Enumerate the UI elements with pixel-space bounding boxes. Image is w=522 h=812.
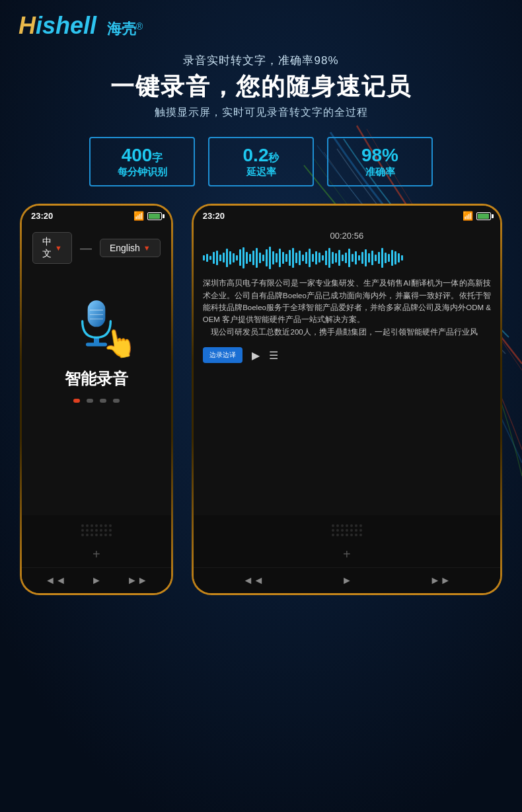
phone-right-status-icons: 📶 xyxy=(463,211,491,221)
dot-active xyxy=(73,399,80,403)
lang-from-arrow: ▼ xyxy=(55,244,62,252)
phones-section: 23:20 📶 中文 ▼ xyxy=(0,197,522,615)
stat-label-2: 准确率 xyxy=(344,166,416,179)
lang-from-btn[interactable]: 中文 ▼ xyxy=(32,232,72,264)
stat-number-0: 400字 xyxy=(106,145,178,166)
add-button-left[interactable]: + xyxy=(22,542,171,567)
logo-chinese: 海壳 xyxy=(107,20,136,37)
wifi-icon-right: 📶 xyxy=(463,211,473,221)
stat-label-0: 每分钟识别 xyxy=(106,166,178,179)
record-label: 智能录音 xyxy=(65,368,128,389)
mic-icon-container[interactable]: 👆 xyxy=(63,290,130,356)
speaker-dots xyxy=(81,524,112,536)
lang-from-label: 中文 xyxy=(42,236,52,260)
nav-play-btn-right[interactable]: ► xyxy=(342,575,352,587)
mic-area: 👆 智能录音 xyxy=(32,277,161,409)
stat-badge-1: 0.2秒 延迟率 xyxy=(208,137,314,186)
phone-left-status-icons: 📶 xyxy=(133,211,162,221)
stat-badge-2: 98% 准确率 xyxy=(327,137,433,186)
battery-icon-right xyxy=(476,212,491,220)
translate-button[interactable]: 边录边译 xyxy=(203,347,242,363)
logo-ishell: ishell xyxy=(36,12,96,39)
recording-dots xyxy=(73,399,120,403)
stat-number-2: 98% xyxy=(344,145,416,166)
nav-next-btn-right[interactable]: ►► xyxy=(429,575,451,587)
bottom-controls: 边录边译 ▶ ☰ xyxy=(203,347,491,363)
nav-next-btn[interactable]: ►► xyxy=(127,575,148,587)
hero-section: 录音实时转文字，准确率98% 一键录音，您的随身速记员 触摸显示屏，实时可见录音… xyxy=(0,46,522,125)
lang-separator: — xyxy=(80,241,92,255)
play-icon[interactable]: ▶ xyxy=(252,349,260,362)
header: Hishell 海壳® xyxy=(0,0,522,46)
menu-icon[interactable]: ☰ xyxy=(269,349,278,362)
logo: Hishell 海壳® xyxy=(19,12,143,40)
svg-rect-3 xyxy=(88,301,106,327)
wifi-icon: 📶 xyxy=(133,211,144,221)
phone-left-time: 23:20 xyxy=(31,211,53,221)
plus-icon-right: + xyxy=(343,547,351,562)
stat-label-1: 延迟率 xyxy=(225,166,297,179)
battery-icon xyxy=(147,212,162,220)
phone-right: 23:20 📶 00:20:56 深圳市 xyxy=(192,204,502,595)
speaker-dots-right xyxy=(332,524,362,536)
lang-to-label: English xyxy=(110,243,140,253)
nav-play-btn[interactable]: ► xyxy=(91,575,102,587)
recording-timer: 00:20:56 xyxy=(203,231,491,241)
phone-left-statusbar: 23:20 📶 xyxy=(22,206,171,224)
phone-right-time: 23:20 xyxy=(203,211,225,221)
speaker-left xyxy=(22,515,171,542)
hero-main-tagline: 一键录音，您的随身速记员 xyxy=(13,72,509,101)
hero-desc-tagline: 触摸显示屏，实时可见录音转文字的全过程 xyxy=(13,106,509,120)
add-button-right[interactable]: + xyxy=(194,542,500,567)
dot-1 xyxy=(87,399,93,403)
hand-pointer-icon: 👆 xyxy=(99,325,139,362)
phone-left: 23:20 📶 中文 ▼ xyxy=(20,204,173,595)
phone-left-nav: ◄◄ ► ►► xyxy=(22,567,171,593)
nav-prev-btn-right[interactable]: ◄◄ xyxy=(243,575,264,587)
transcript-text: 深圳市高贝电子有限公司是一家专业集研发、生产及销售AI翻译机为一体的高新技术企业… xyxy=(203,277,491,338)
waveform xyxy=(203,246,491,269)
lang-to-btn[interactable]: English ▼ xyxy=(100,239,161,257)
stats-row: 400字 每分钟识别 0.2秒 延迟率 98% 准确率 xyxy=(0,125,522,197)
dot-2 xyxy=(100,399,106,403)
logo-registered: ® xyxy=(136,21,143,32)
phone-right-screen: 00:20:56 深圳市高贝电子有限公司是一家专业集研发、生产及销售AI翻译机为… xyxy=(194,224,500,515)
speaker-right xyxy=(194,515,500,542)
dot-3 xyxy=(113,399,120,403)
stat-number-1: 0.2秒 xyxy=(225,145,297,166)
logo-h: H xyxy=(19,12,36,39)
nav-prev-btn[interactable]: ◄◄ xyxy=(45,575,66,587)
stat-badge-0: 400字 每分钟识别 xyxy=(89,137,195,186)
lang-selector[interactable]: 中文 ▼ — English ▼ xyxy=(32,232,161,264)
lang-to-arrow: ▼ xyxy=(143,244,151,252)
plus-icon: + xyxy=(93,547,100,562)
phone-right-nav: ◄◄ ► ►► xyxy=(194,567,500,593)
phone-left-screen: 中文 ▼ — English ▼ xyxy=(22,224,171,515)
phone-right-statusbar: 23:20 📶 xyxy=(194,206,500,224)
hero-sub-tagline: 录音实时转文字，准确率98% xyxy=(13,53,509,68)
